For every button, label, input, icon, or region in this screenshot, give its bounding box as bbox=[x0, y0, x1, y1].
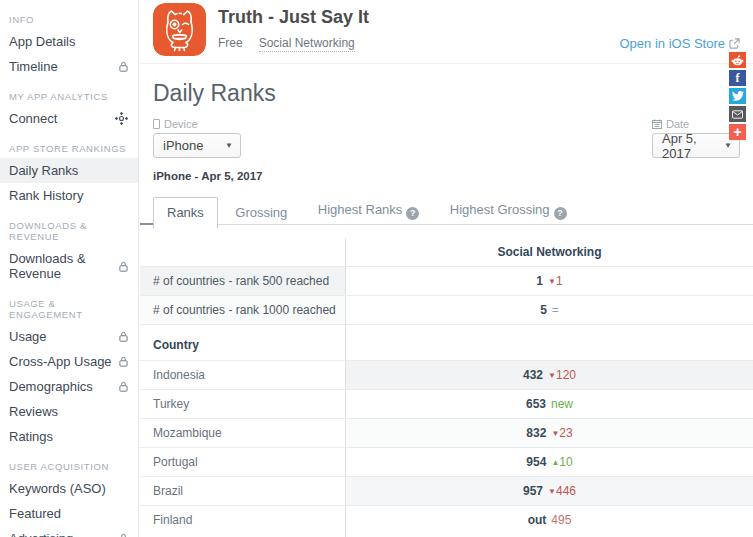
sidebar-item-cross-app-usage[interactable]: Cross-App Usage bbox=[0, 349, 138, 374]
device-filter-label: Device bbox=[153, 118, 241, 130]
app-header: Truth - Just Say It FreeSocial Networkin… bbox=[140, 0, 753, 64]
rank-value: 954 bbox=[526, 455, 546, 469]
table-row-turkey: Turkey 653new bbox=[140, 389, 753, 418]
sidebar-item-timeline[interactable]: Timeline bbox=[0, 54, 138, 79]
sidebar-item-usage[interactable]: Usage bbox=[0, 324, 138, 349]
sidebar-item-ratings[interactable]: Ratings bbox=[0, 424, 138, 449]
table-row-brazil: Brazil 957▼446 bbox=[140, 476, 753, 505]
app-subtitle: FreeSocial Networking bbox=[218, 36, 355, 50]
tab-highest-grossing[interactable]: Highest Grossing? bbox=[437, 195, 580, 228]
lock-icon bbox=[119, 331, 128, 342]
share-rail: f + bbox=[729, 52, 746, 140]
context-label: iPhone - Apr 5, 2017 bbox=[153, 170, 753, 182]
sidebar-item-featured[interactable]: Featured bbox=[0, 501, 138, 526]
sidebar-item-advertising[interactable]: Advertising bbox=[0, 526, 138, 537]
date-filter: Date Apr 5, 2017 ▼ bbox=[652, 118, 740, 158]
sidebar-section-app-store-rankings: APP STORE RANKINGS bbox=[0, 131, 138, 158]
down-arrow-icon: ▼ bbox=[548, 487, 556, 496]
addthis-share-icon[interactable]: + bbox=[729, 124, 746, 140]
tab-ranks[interactable]: Ranks bbox=[153, 197, 218, 229]
rank-value: 832 bbox=[526, 426, 546, 440]
chevron-down-icon: ▼ bbox=[225, 141, 233, 150]
rank-value: 653 bbox=[526, 397, 546, 411]
lock-icon bbox=[119, 533, 128, 537]
down-arrow-icon: ▼ bbox=[548, 371, 556, 380]
sidebar-section-usage-engagement: USAGE & ENGAGEMENT bbox=[0, 286, 138, 324]
table-row-mozambique: Mozambique 832▼23 bbox=[140, 418, 753, 447]
table-country-header-row: Country bbox=[140, 324, 753, 360]
app-icon bbox=[153, 3, 206, 56]
rank-value: 1 bbox=[536, 274, 543, 288]
table-row-finland: Finland out495 bbox=[140, 505, 753, 534]
calendar-icon bbox=[652, 119, 662, 129]
page-title: Daily Ranks bbox=[153, 80, 753, 107]
connect-icon bbox=[115, 112, 128, 125]
sidebar-item-reviews[interactable]: Reviews bbox=[0, 399, 138, 424]
reddit-share-icon[interactable] bbox=[729, 52, 746, 68]
rank-change: ▼23 bbox=[551, 426, 572, 440]
email-share-icon[interactable] bbox=[729, 106, 746, 122]
rank-change: ▲10 bbox=[551, 455, 572, 469]
sidebar-section-downloads-revenue: DOWNLOADS & REVENUE bbox=[0, 208, 138, 246]
sidebar-item-keywords-aso[interactable]: Keywords (ASO) bbox=[0, 476, 138, 501]
down-arrow-icon: ▼ bbox=[548, 277, 556, 286]
sidebar-section-my-app-analytics: MY APP ANALYTICS bbox=[0, 79, 138, 106]
sidebar-item-connect[interactable]: Connect bbox=[0, 106, 138, 131]
rank-value: 432 bbox=[523, 368, 543, 382]
table-row-portugal: Portugal 954▲10 bbox=[140, 447, 753, 476]
app-category[interactable]: Social Networking bbox=[259, 36, 355, 52]
tab-highest-ranks[interactable]: Highest Ranks? bbox=[305, 195, 433, 228]
help-icon[interactable]: ? bbox=[554, 207, 567, 220]
tab-bar: Ranks Grossing Highest Ranks? Highest Gr… bbox=[140, 195, 753, 225]
sidebar-item-app-details[interactable]: App Details bbox=[0, 29, 138, 54]
rank-value: out bbox=[528, 513, 547, 527]
sidebar-item-daily-ranks[interactable]: Daily Ranks bbox=[0, 158, 138, 183]
facebook-share-icon[interactable]: f bbox=[729, 70, 746, 86]
sidebar-item-rank-history[interactable]: Rank History bbox=[0, 183, 138, 208]
app-title: Truth - Just Say It bbox=[218, 7, 369, 28]
table-row-rank500: # of countries - rank 500 reached 1▼1 bbox=[140, 266, 753, 295]
date-dropdown[interactable]: Apr 5, 2017 ▼ bbox=[652, 133, 740, 158]
ranks-table: Social Networking # of countries - rank … bbox=[140, 238, 753, 537]
rank-value: 957 bbox=[523, 484, 543, 498]
rank-change: ▼1 bbox=[548, 274, 563, 288]
device-dropdown[interactable]: iPhone ▼ bbox=[153, 133, 241, 158]
help-icon[interactable]: ? bbox=[406, 207, 419, 220]
column-header-social-networking: Social Networking bbox=[346, 238, 753, 266]
lock-icon bbox=[119, 61, 128, 72]
rank-value: 5 bbox=[540, 303, 547, 317]
device-filter: Device iPhone ▼ bbox=[153, 118, 241, 158]
chevron-down-icon: ▼ bbox=[724, 141, 732, 150]
tab-baseline-accent bbox=[140, 223, 154, 225]
rank-change: 495 bbox=[551, 513, 571, 527]
main-content: Truth - Just Say It FreeSocial Networkin… bbox=[140, 0, 753, 537]
twitter-share-icon[interactable] bbox=[729, 88, 746, 104]
sidebar-section-info: INFO bbox=[0, 2, 138, 29]
rank-change: ▼120 bbox=[548, 368, 576, 382]
rank-change: = bbox=[552, 303, 559, 317]
table-header-row: Social Networking bbox=[140, 238, 753, 266]
sidebar-item-downloads-revenue[interactable]: Downloads & Revenue bbox=[0, 246, 138, 286]
device-dropdown-value: iPhone bbox=[163, 138, 203, 153]
external-link-icon bbox=[729, 38, 740, 49]
rank-change: new bbox=[551, 397, 573, 411]
sidebar-item-demographics[interactable]: Demographics bbox=[0, 374, 138, 399]
lock-icon bbox=[119, 356, 128, 367]
open-in-ios-store-link[interactable]: Open in iOS Store bbox=[620, 36, 741, 51]
sidebar: INFO App Details Timeline MY APP ANALYTI… bbox=[0, 0, 139, 537]
date-filter-label: Date bbox=[652, 118, 740, 130]
table-row-indonesia: Indonesia 432▼120 bbox=[140, 360, 753, 389]
sidebar-section-user-acquisition: USER ACQUISITION bbox=[0, 449, 138, 476]
device-icon bbox=[153, 119, 160, 129]
app-price: Free bbox=[218, 36, 243, 50]
lock-icon bbox=[119, 261, 128, 272]
lock-icon bbox=[119, 381, 128, 392]
tab-grossing[interactable]: Grossing bbox=[222, 198, 300, 228]
filters-row: Device iPhone ▼ Date Apr 5, 2017 ▼ bbox=[140, 118, 753, 162]
table-row-rank1000: # of countries - rank 1000 reached 5= bbox=[140, 295, 753, 324]
date-dropdown-value: Apr 5, 2017 bbox=[662, 131, 724, 161]
rank-change: ▼446 bbox=[548, 484, 576, 498]
